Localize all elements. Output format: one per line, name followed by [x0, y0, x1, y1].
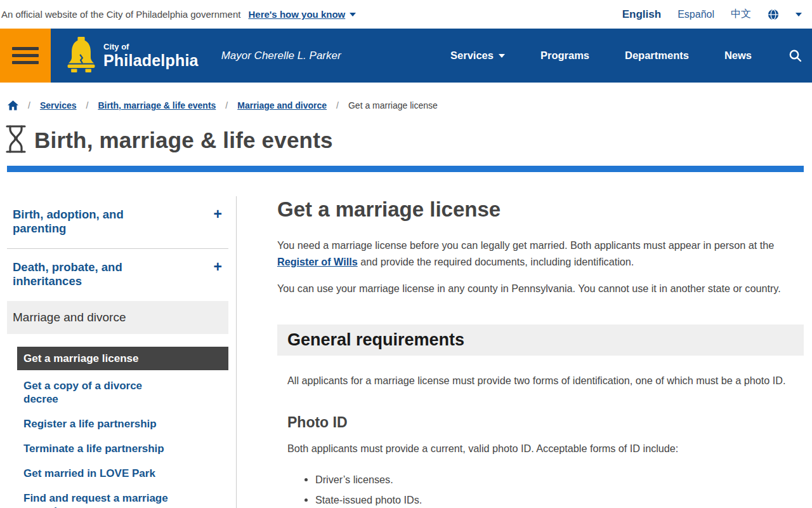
- hourglass-icon: [5, 124, 27, 156]
- sidebar-item-birth-adoption-parenting[interactable]: Birth, adoption, and parenting +: [7, 196, 228, 249]
- sidebar-link-get-married-love-park[interactable]: Get married in LOVE Park: [17, 461, 228, 486]
- service-sidebar: Birth, adoption, and parenting + Death, …: [7, 196, 237, 508]
- site-header: City of Philadelphia Mayor Cherelle L. P…: [0, 29, 812, 83]
- breadcrumb-current-page: Get a marriage license: [348, 100, 438, 110]
- sidebar-link-register-life-partnership[interactable]: Register a life partnership: [17, 411, 228, 436]
- intro-paragraph-1: You need a marriage license before you c…: [277, 237, 804, 270]
- photo-id-paragraph: Both applicants must provide a current, …: [287, 440, 804, 457]
- page-title: Birth, marriage & life events: [34, 128, 333, 153]
- marriage-divorce-subnav: Get a marriage license Get a copy of a d…: [7, 347, 228, 508]
- hamburger-icon: [12, 47, 39, 50]
- register-of-wills-link[interactable]: Register of Wills: [277, 256, 358, 267]
- liberty-bell-icon: [65, 37, 98, 75]
- nav-services[interactable]: Services: [450, 50, 505, 62]
- sidebar-link-terminate-life-partnership[interactable]: Terminate a life partnership: [17, 436, 228, 461]
- title-accent-bar: [7, 166, 804, 172]
- language-chinese[interactable]: 中文: [731, 8, 751, 21]
- mayor-name: Mayor Cherelle L. Parker: [221, 50, 341, 62]
- official-banner: An official website of the City of Phila…: [0, 0, 812, 29]
- article: Get a marriage license You need a marria…: [277, 196, 804, 508]
- breadcrumb-marriage-and-divorce[interactable]: Marriage and divorce: [237, 100, 327, 110]
- globe-icon[interactable]: [768, 9, 779, 20]
- language-espanol[interactable]: Español: [678, 9, 714, 20]
- nav-programs[interactable]: Programs: [540, 50, 589, 62]
- breadcrumb-birth-marriage-life-events[interactable]: Birth, marriage & life events: [98, 100, 216, 110]
- general-requirements-title: General requirements: [287, 330, 794, 350]
- sidebar-link-get-a-marriage-license[interactable]: Get a marriage license: [17, 347, 228, 370]
- sidebar-link-get-copy-divorce-decree[interactable]: Get a copy of a divorce decree: [17, 373, 228, 411]
- photo-id-list: Driver’s licenses. State-issued photo ID…: [287, 472, 804, 508]
- breadcrumb: / Services / Birth, marriage & life even…: [0, 83, 812, 110]
- sidebar-link-find-request-marriage-record[interactable]: Find and request a marriage record: [17, 486, 228, 508]
- nav-services-label: Services: [450, 50, 494, 62]
- list-item: Driver’s licenses.: [315, 472, 804, 488]
- logo-city-of: City of: [103, 43, 199, 51]
- chevron-down-icon: [350, 13, 356, 17]
- official-website-text: An official website of the City of Phila…: [1, 9, 240, 20]
- nav-news[interactable]: News: [724, 50, 752, 62]
- heres-how-you-know-label: Here's how you know: [248, 9, 345, 20]
- article-title: Get a marriage license: [277, 197, 804, 222]
- breadcrumb-home-icon[interactable]: [8, 100, 18, 110]
- expand-plus-icon[interactable]: +: [214, 208, 222, 220]
- language-dropdown-caret-icon[interactable]: [796, 13, 802, 17]
- sidebar-item-marriage-and-divorce[interactable]: Marriage and divorce: [7, 301, 228, 334]
- heres-how-you-know-link[interactable]: Here's how you know: [248, 9, 356, 20]
- logo-philadelphia: Philadelphia: [103, 53, 199, 69]
- chevron-down-icon: [499, 54, 505, 58]
- menu-button[interactable]: [0, 29, 51, 83]
- intro-paragraph-2: You can use your marriage license in any…: [277, 280, 804, 297]
- primary-navigation: Services Programs Departments News: [450, 49, 802, 62]
- list-item: State-issued photo IDs.: [315, 492, 804, 508]
- expand-plus-icon[interactable]: +: [214, 260, 222, 273]
- sidebar-item-death-probate-inheritances[interactable]: Death, probate, and inheritances +: [7, 249, 228, 301]
- requirements-paragraph: All applicants for a marriage license mu…: [287, 372, 804, 389]
- photo-id-heading: Photo ID: [287, 414, 804, 431]
- city-of-philadelphia-logo[interactable]: City of Philadelphia: [65, 37, 199, 75]
- language-english[interactable]: English: [622, 8, 661, 21]
- search-icon[interactable]: [789, 49, 802, 62]
- breadcrumb-services[interactable]: Services: [40, 100, 77, 110]
- general-requirements-header: General requirements: [277, 324, 804, 356]
- nav-departments[interactable]: Departments: [625, 50, 689, 62]
